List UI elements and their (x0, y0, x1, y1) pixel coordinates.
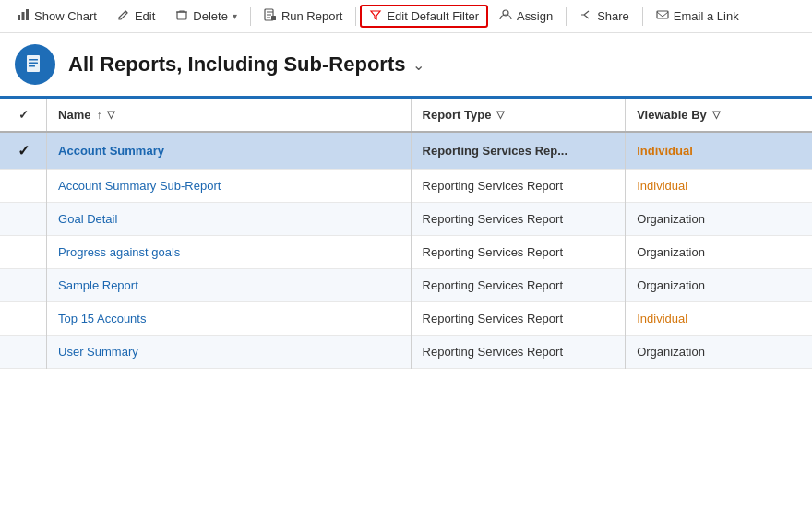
toolbar-separator-after-6 (642, 7, 643, 26)
row-viewable-text: Organization (637, 345, 705, 359)
row-name-cell: User Summary (47, 336, 411, 369)
row-type-text: Reporting Services Report (423, 345, 563, 359)
assign-icon (499, 8, 512, 24)
row-name-cell: Top 15 Accounts (47, 302, 411, 336)
show-chart-button[interactable]: Show Chart (7, 5, 106, 28)
delete-label: Delete (193, 9, 228, 23)
table-row[interactable]: Sample ReportReporting Services ReportOr… (0, 269, 812, 302)
row-check-cell (0, 336, 47, 369)
email-link-button[interactable]: Email a Link (647, 5, 748, 28)
name-sort-icon[interactable]: ↑ (96, 109, 102, 122)
row-check-mark: ✓ (18, 143, 30, 159)
show-chart-label: Show Chart (34, 9, 97, 23)
assign-label: Assign (517, 9, 553, 23)
svg-rect-9 (29, 59, 38, 61)
delete-dropdown-arrow[interactable]: ▾ (233, 11, 237, 21)
row-viewable-cell: Individual (626, 132, 812, 170)
row-check-cell (0, 203, 47, 236)
share-button[interactable]: Share (570, 5, 639, 28)
table-row[interactable]: User SummaryReporting Services ReportOrg… (0, 336, 812, 369)
row-check-cell (0, 236, 47, 269)
edit-default-filter-label: Edit Default Filter (387, 9, 479, 23)
row-viewable-text: Organization (637, 278, 705, 292)
table-row[interactable]: Top 15 AccountsReporting Services Report… (0, 302, 812, 336)
table-row[interactable]: ✓Account SummaryReporting Services Rep..… (0, 132, 812, 170)
edit-button[interactable]: Edit (108, 5, 164, 28)
row-name-cell: Sample Report (47, 269, 411, 302)
type-filter-icon[interactable]: ▽ (496, 109, 504, 121)
col-viewable-header: Viewable By ▽ (626, 99, 812, 132)
share-label: Share (597, 9, 629, 23)
row-check-cell (0, 302, 47, 336)
row-name-cell: Goal Detail (47, 203, 411, 236)
run-report-label: Run Report (281, 9, 342, 23)
svg-rect-1 (22, 12, 25, 20)
edit-default-filter-button[interactable]: Edit Default Filter (360, 5, 488, 28)
page-title-chevron[interactable]: ⌄ (412, 56, 424, 74)
assign-button[interactable]: Assign (490, 5, 562, 28)
row-type-text: Reporting Services Rep... (423, 144, 568, 158)
page-header: All Reports, Including Sub-Reports ⌄ (0, 33, 812, 99)
toolbar-separator-after-3 (355, 7, 356, 26)
row-name-link[interactable]: Top 15 Accounts (58, 312, 146, 325)
row-viewable-text: Individual (637, 312, 687, 325)
name-filter-icon[interactable]: ▽ (107, 109, 114, 121)
row-viewable-cell: Individual (626, 302, 812, 336)
page-title: All Reports, Including Sub-Reports (68, 53, 405, 77)
row-name-cell: Progress against goals (47, 236, 411, 269)
row-name-cell: Account Summary (47, 132, 411, 170)
svg-rect-7 (657, 11, 668, 18)
row-viewable-text: Organization (637, 212, 705, 226)
toolbar-separator-after-5 (566, 7, 567, 26)
row-type-text: Reporting Services Report (423, 278, 563, 292)
share-icon (579, 8, 592, 24)
col-type-label: Report Type (423, 108, 492, 122)
row-viewable-cell: Organization (626, 269, 812, 302)
table-row[interactable]: Progress against goalsReporting Services… (0, 236, 812, 269)
table-row[interactable]: Goal DetailReporting Services ReportOrga… (0, 203, 812, 236)
row-name-link[interactable]: Sample Report (58, 278, 138, 292)
row-viewable-text: Individual (637, 179, 687, 193)
row-viewable-cell: Organization (626, 336, 812, 369)
row-name-link[interactable]: Account Summary Sub-Report (58, 179, 221, 193)
row-type-cell: Reporting Services Report (411, 236, 626, 269)
row-type-cell: Reporting Services Report (411, 170, 626, 203)
delete-button[interactable]: Delete▾ (166, 5, 246, 28)
row-type-cell: Reporting Services Report (411, 302, 626, 336)
col-viewable-label: Viewable By (637, 108, 707, 122)
table-container: ✓ Name ↑ ▽ Report Type ▽ (0, 99, 812, 514)
run-report-button[interactable]: Run Report (255, 5, 352, 28)
row-name-link[interactable]: Account Summary (58, 144, 164, 158)
row-name-link[interactable]: User Summary (58, 345, 138, 359)
row-name-link[interactable]: Goal Detail (58, 212, 117, 226)
row-name-link[interactable]: Progress against goals (58, 245, 180, 259)
svg-rect-11 (29, 65, 35, 67)
svg-rect-10 (29, 63, 38, 65)
run-report-icon (264, 8, 277, 24)
table-header-row: ✓ Name ↑ ▽ Report Type ▽ (0, 99, 812, 132)
row-type-text: Reporting Services Report (423, 245, 563, 259)
row-type-cell: Reporting Services Report (411, 203, 626, 236)
row-type-cell: Reporting Services Report (411, 336, 626, 369)
check-all-icon: ✓ (18, 108, 29, 122)
table-row[interactable]: Account Summary Sub-ReportReporting Serv… (0, 170, 812, 203)
row-viewable-cell: Organization (626, 203, 812, 236)
page-title-group: All Reports, Including Sub-Reports ⌄ (68, 53, 424, 77)
row-viewable-text: Organization (637, 245, 705, 259)
edit-icon (117, 8, 130, 24)
svg-rect-2 (26, 9, 29, 20)
delete-icon (175, 8, 188, 24)
row-viewable-cell: Individual (626, 170, 812, 203)
svg-rect-0 (18, 15, 20, 20)
row-check-cell: ✓ (0, 132, 47, 170)
col-type-header: Report Type ▽ (411, 99, 626, 132)
svg-rect-3 (177, 12, 186, 19)
edit-default-filter-icon (369, 8, 382, 24)
col-name-header: Name ↑ ▽ (47, 99, 411, 132)
row-check-cell (0, 269, 47, 302)
email-link-label: Email a Link (674, 9, 739, 23)
edit-label: Edit (135, 9, 155, 23)
row-check-cell (0, 170, 47, 203)
viewable-filter-icon[interactable]: ▽ (712, 109, 720, 121)
col-name-label: Name (58, 108, 90, 122)
